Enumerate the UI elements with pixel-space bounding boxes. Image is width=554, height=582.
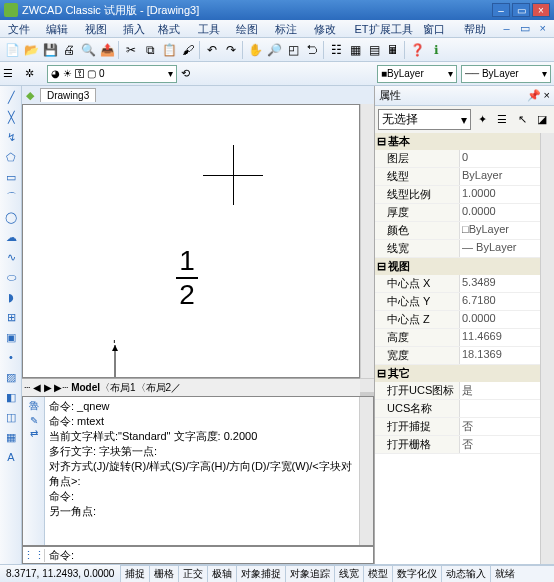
print-icon[interactable]: 🖨 xyxy=(60,41,78,59)
menu-window[interactable]: 窗口(W) xyxy=(419,20,460,37)
menu-et[interactable]: ET扩展工具(X) xyxy=(350,20,419,37)
paste-icon[interactable]: 📋 xyxy=(160,41,178,59)
drawing-area[interactable]: 1 2 X Y xyxy=(22,104,360,378)
grid-toggle[interactable]: 栅格 xyxy=(149,565,179,583)
close-button[interactable]: × xyxy=(532,3,550,17)
menu-tools[interactable]: 工具(T) xyxy=(194,20,232,37)
tab-nav[interactable]: ⵈ ◀ ▶ ▶ⵈ xyxy=(24,382,68,393)
cat-basic[interactable]: ⊟基本 xyxy=(375,133,540,150)
props-vscroll[interactable] xyxy=(540,133,554,564)
zoom-rt-icon[interactable]: 🔎 xyxy=(265,41,283,59)
properties-icon[interactable]: ☷ xyxy=(327,41,345,59)
pickadd-icon[interactable]: ☰ xyxy=(493,111,511,129)
osnap-toggle[interactable]: 对象捕捉 xyxy=(236,565,286,583)
xline-icon[interactable]: ╳ xyxy=(2,108,20,126)
rect-icon[interactable]: ▭ xyxy=(2,168,20,186)
menu-view[interactable]: 视图(V) xyxy=(81,20,120,37)
ellipsearc-icon[interactable]: ◗ xyxy=(2,288,20,306)
save-icon[interactable]: 💾 xyxy=(41,41,59,59)
copy-icon[interactable]: ⧉ xyxy=(141,41,159,59)
cat-other[interactable]: ⊟其它 xyxy=(375,365,540,382)
publish-icon[interactable]: 📤 xyxy=(98,41,116,59)
cmd-handle-icon[interactable]: ⋮⋮ xyxy=(23,549,45,562)
block-icon[interactable]: ▣ xyxy=(2,328,20,346)
zoom-prev-icon[interactable]: ⮌ xyxy=(303,41,321,59)
open-icon[interactable]: 📂 xyxy=(22,41,40,59)
dyn-toggle[interactable]: 动态输入 xyxy=(441,565,491,583)
tablet-toggle[interactable]: 数字化仪 xyxy=(392,565,442,583)
pan-icon[interactable]: ✋ xyxy=(246,41,264,59)
hatch-icon[interactable]: ▨ xyxy=(2,368,20,386)
zoom-win-icon[interactable]: ◰ xyxy=(284,41,302,59)
ortho-toggle[interactable]: 正交 xyxy=(178,565,208,583)
cmd-icon1[interactable]: 魯 xyxy=(29,399,39,413)
undo-icon[interactable]: ↶ xyxy=(203,41,221,59)
menu-modify[interactable]: 修改(M) xyxy=(310,20,350,37)
selection-dropdown[interactable]: 无选择▾ xyxy=(378,109,471,130)
props-pin-icon[interactable]: 📌 × xyxy=(527,89,550,102)
mdi-restore[interactable]: ▭ xyxy=(516,20,534,37)
cat-view[interactable]: ⊟视图 xyxy=(375,258,540,275)
polar-toggle[interactable]: 极轴 xyxy=(207,565,237,583)
vscrollbar[interactable] xyxy=(360,104,374,378)
command-line[interactable]: ⋮⋮ 命令: xyxy=(22,546,374,564)
line-icon[interactable]: ╱ xyxy=(2,88,20,106)
preview-icon[interactable]: 🔍 xyxy=(79,41,97,59)
layer-dropdown[interactable]: ◕ ☀ ⚿ ▢ 0▾ xyxy=(47,65,177,83)
pline-icon[interactable]: ↯ xyxy=(2,128,20,146)
calc-icon[interactable]: 🖩 xyxy=(384,41,402,59)
table-icon[interactable]: ▦ xyxy=(2,428,20,446)
menu-insert[interactable]: 插入(I) xyxy=(119,20,154,37)
menu-format[interactable]: 格式(O) xyxy=(154,20,194,37)
cmd-icon3[interactable]: ⇄ xyxy=(30,428,38,439)
tab-layout1[interactable]: 布局1 xyxy=(110,381,136,395)
ellipse-icon[interactable]: ⬭ xyxy=(2,268,20,286)
minimize-button[interactable]: – xyxy=(492,3,510,17)
toolpalette-icon[interactable]: ▤ xyxy=(365,41,383,59)
cut-icon[interactable]: ✂ xyxy=(122,41,140,59)
tab-model[interactable]: Model xyxy=(71,382,100,393)
model-toggle[interactable]: 模型 xyxy=(363,565,393,583)
layerprops-icon[interactable]: ☰ xyxy=(3,67,21,80)
layerstate-icon[interactable]: ✲ xyxy=(25,67,43,80)
otrack-toggle[interactable]: 对象追踪 xyxy=(285,565,335,583)
maximize-button[interactable]: ▭ xyxy=(512,3,530,17)
point-icon[interactable]: • xyxy=(2,348,20,366)
selobj-icon[interactable]: ↖ xyxy=(513,111,531,129)
polygon-icon[interactable]: ⬠ xyxy=(2,148,20,166)
designcenter-icon[interactable]: ▦ xyxy=(346,41,364,59)
gradient-icon[interactable]: ◧ xyxy=(2,388,20,406)
redo-icon[interactable]: ↷ xyxy=(222,41,240,59)
region-icon[interactable]: ◫ xyxy=(2,408,20,426)
mdi-close[interactable]: × xyxy=(536,20,550,37)
help-icon[interactable]: ❓ xyxy=(408,41,426,59)
spline-icon[interactable]: ∿ xyxy=(2,248,20,266)
arc-icon[interactable]: ⌒ xyxy=(2,188,20,206)
menu-file[interactable]: 文件(F) xyxy=(4,20,42,37)
layerprev-icon[interactable]: ⟲ xyxy=(181,67,199,80)
insert-icon[interactable]: ⊞ xyxy=(2,308,20,326)
matchprop-icon[interactable]: 🖌 xyxy=(179,41,197,59)
tab-layout2[interactable]: 布局2 xyxy=(146,381,172,395)
lineweight-dropdown[interactable]: ── ByLayer▾ xyxy=(461,65,551,83)
menu-dimension[interactable]: 标注(N) xyxy=(271,20,310,37)
color-dropdown[interactable]: ■ByLayer▾ xyxy=(377,65,457,83)
mtext-icon[interactable]: A xyxy=(2,448,20,466)
revcloud-icon[interactable]: ☁ xyxy=(2,228,20,246)
mdi-minimize[interactable]: – xyxy=(499,20,513,37)
cmd-icon2[interactable]: ✎ xyxy=(30,415,38,426)
lwt-toggle[interactable]: 线宽 xyxy=(334,565,364,583)
toggle-icon[interactable]: ◪ xyxy=(533,111,551,129)
doc-tab[interactable]: Drawing3 xyxy=(40,88,96,102)
titlebar: ZWCAD Classic 试用版 - [Drawing3] – ▭ × xyxy=(0,0,554,20)
menu-help[interactable]: 帮助(H) xyxy=(460,20,499,37)
circle-icon[interactable]: ◯ xyxy=(2,208,20,226)
new-icon[interactable]: 📄 xyxy=(3,41,21,59)
menu-edit[interactable]: 编辑(E) xyxy=(42,20,81,37)
quicksel-icon[interactable]: ✦ xyxy=(473,111,491,129)
cmd-vscroll[interactable] xyxy=(359,397,373,545)
command-prompt: 命令: xyxy=(45,548,78,563)
info-icon[interactable]: ℹ xyxy=(427,41,445,59)
snap-toggle[interactable]: 捕捉 xyxy=(120,565,150,583)
menu-draw[interactable]: 绘图(D) xyxy=(232,20,271,37)
